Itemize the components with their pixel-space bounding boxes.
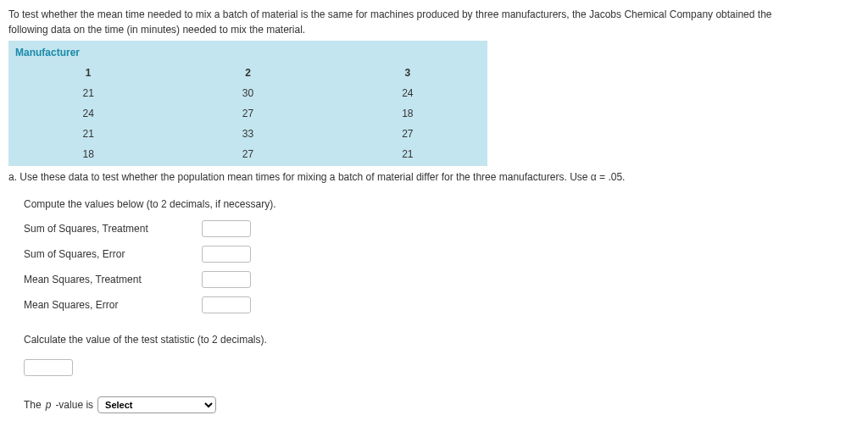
table-row: 21 33 27 bbox=[8, 124, 487, 144]
table-row: 21 30 24 bbox=[8, 83, 487, 103]
manufacturer-table-container: Manufacturer 1 2 3 21 30 24 24 27 18 21 … bbox=[8, 41, 487, 166]
cell-r1-c2: 27 bbox=[168, 103, 327, 124]
table-row: 18 27 21 bbox=[8, 144, 487, 164]
table-title: Manufacturer bbox=[8, 41, 487, 63]
cell-r1-c1: 24 bbox=[8, 103, 168, 124]
col-header-1: 1 bbox=[8, 63, 168, 83]
label-ms-error: Mean Squares, Error bbox=[24, 297, 202, 313]
cell-r2-c1: 21 bbox=[8, 124, 168, 144]
cell-r3-c3: 21 bbox=[328, 144, 487, 164]
input-ss-treatment[interactable] bbox=[202, 220, 251, 237]
label-ss-treatment: Sum of Squares, Treatment bbox=[24, 221, 202, 236]
cell-r2-c3: 27 bbox=[328, 124, 487, 144]
cell-r0-c1: 21 bbox=[8, 83, 168, 103]
cell-r3-c1: 18 bbox=[8, 144, 168, 164]
input-ms-error[interactable] bbox=[202, 296, 251, 313]
test-stat-prompt: Calculate the value of the test statisti… bbox=[24, 332, 860, 347]
pvalue-select[interactable]: Select bbox=[97, 396, 216, 413]
intro-line2: following data on the time (in minutes) … bbox=[8, 24, 305, 36]
cell-r3-c2: 27 bbox=[168, 144, 327, 164]
input-ss-error[interactable] bbox=[202, 246, 251, 263]
table-header-row: 1 2 3 bbox=[8, 63, 487, 83]
pvalue-text-suffix: -value is bbox=[55, 397, 93, 413]
input-ms-treatment[interactable] bbox=[202, 271, 251, 288]
pvalue-text-prefix: The bbox=[24, 397, 42, 413]
label-ss-error: Sum of Squares, Error bbox=[24, 246, 202, 262]
cell-r1-c3: 18 bbox=[328, 103, 487, 124]
intro-line1: To test whether the mean time needed to … bbox=[8, 8, 771, 20]
input-test-statistic[interactable] bbox=[24, 359, 73, 376]
pvalue-text-italic: p bbox=[46, 397, 52, 413]
cell-r0-c2: 30 bbox=[168, 83, 327, 103]
data-table: 1 2 3 21 30 24 24 27 18 21 33 27 18 bbox=[8, 63, 487, 164]
part-a-prompt: a. Use these data to test whether the po… bbox=[8, 169, 860, 185]
cell-r0-c3: 24 bbox=[328, 83, 487, 103]
col-header-3: 3 bbox=[328, 63, 487, 83]
col-header-2: 2 bbox=[168, 63, 327, 83]
compute-hint: Compute the values below (to 2 decimals,… bbox=[24, 197, 860, 212]
label-ms-treatment: Mean Squares, Treatment bbox=[24, 272, 202, 287]
cell-r2-c2: 33 bbox=[168, 124, 327, 144]
table-row: 24 27 18 bbox=[8, 103, 487, 124]
